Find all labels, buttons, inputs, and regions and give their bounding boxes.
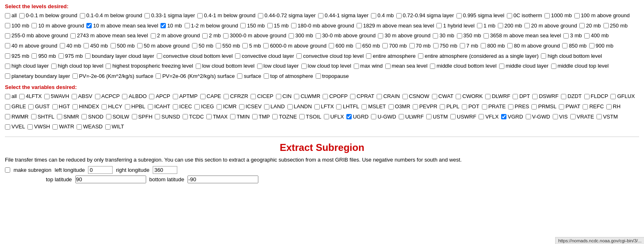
variable-checkbox-5[interactable] (122, 94, 127, 99)
level-checkbox-14[interactable] (32, 23, 37, 28)
level-checkbox-68[interactable] (418, 53, 423, 59)
variable-checkbox-37[interactable] (287, 104, 293, 109)
variable-checkbox-78[interactable] (52, 124, 58, 130)
variable-checkbox-31[interactable] (148, 104, 153, 109)
level-checkbox-36[interactable] (433, 33, 438, 39)
level-checkbox-57[interactable] (507, 43, 513, 48)
variable-checkbox-45[interactable] (482, 104, 487, 109)
variable-checkbox-71[interactable] (501, 114, 506, 119)
variable-checkbox-26[interactable] (28, 104, 34, 109)
level-checkbox-44[interactable] (111, 43, 116, 48)
level-checkbox-18[interactable] (240, 23, 246, 28)
variable-checkbox-8[interactable] (200, 94, 206, 99)
variable-checkbox-74[interactable] (570, 114, 576, 119)
level-checkbox-62[interactable] (59, 53, 64, 59)
level-checkbox-66[interactable] (296, 53, 302, 59)
level-checkbox-30[interactable] (151, 33, 156, 39)
level-checkbox-72[interactable] (106, 64, 111, 69)
variable-checkbox-79[interactable] (77, 124, 82, 130)
variable-checkbox-63[interactable] (299, 114, 305, 119)
level-checkbox-39[interactable] (563, 33, 569, 39)
level-checkbox-82[interactable] (72, 73, 78, 79)
variable-checkbox-10[interactable] (251, 94, 256, 99)
level-checkbox-54[interactable] (433, 43, 438, 48)
variable-checkbox-20[interactable] (513, 94, 518, 99)
variable-checkbox-55[interactable] (106, 114, 111, 119)
variable-checkbox-80[interactable] (105, 124, 111, 130)
variable-checkbox-47[interactable] (531, 104, 537, 109)
variable-checkbox-0[interactable] (5, 94, 10, 99)
variable-checkbox-25[interactable] (5, 104, 10, 109)
level-checkbox-4[interactable] (197, 13, 203, 18)
variable-checkbox-19[interactable] (485, 94, 490, 99)
variable-checkbox-36[interactable] (264, 104, 269, 109)
level-checkbox-24[interactable] (498, 23, 503, 28)
level-checkbox-74[interactable] (257, 64, 262, 69)
level-checkbox-0[interactable] (5, 13, 10, 18)
variable-checkbox-32[interactable] (173, 104, 178, 109)
level-checkbox-29[interactable] (70, 33, 76, 39)
level-checkbox-69[interactable] (541, 53, 546, 59)
level-checkbox-84[interactable] (237, 73, 242, 79)
variable-checkbox-54[interactable] (81, 114, 87, 119)
level-checkbox-28[interactable] (5, 33, 10, 39)
variable-checkbox-7[interactable] (173, 94, 178, 99)
top-lat-input[interactable] (75, 176, 146, 183)
variable-checkbox-70[interactable] (479, 114, 484, 119)
bottom-lat-input[interactable] (188, 176, 258, 183)
variable-checkbox-11[interactable] (276, 94, 281, 99)
variable-checkbox-59[interactable] (206, 114, 212, 119)
level-checkbox-46[interactable] (192, 43, 197, 48)
variable-checkbox-2[interactable] (44, 94, 50, 99)
variable-checkbox-46[interactable] (508, 104, 513, 109)
variable-checkbox-30[interactable] (125, 104, 130, 109)
level-checkbox-10[interactable] (507, 13, 512, 18)
level-checkbox-9[interactable] (456, 13, 462, 18)
variable-checkbox-17[interactable] (432, 94, 437, 99)
variable-checkbox-64[interactable] (324, 114, 329, 119)
variable-checkbox-62[interactable] (272, 114, 278, 119)
level-checkbox-6[interactable] (318, 13, 323, 18)
level-checkbox-77[interactable] (385, 64, 391, 69)
level-checkbox-45[interactable] (137, 43, 142, 48)
variable-checkbox-60[interactable] (230, 114, 235, 119)
variable-checkbox-66[interactable] (371, 114, 376, 119)
level-checkbox-15[interactable] (86, 23, 92, 28)
variable-checkbox-75[interactable] (597, 114, 602, 119)
variable-checkbox-15[interactable] (377, 94, 382, 99)
level-checkbox-21[interactable] (357, 23, 362, 28)
level-checkbox-20[interactable] (291, 23, 296, 28)
variable-checkbox-28[interactable] (72, 104, 78, 109)
level-checkbox-59[interactable] (589, 43, 594, 48)
level-checkbox-41[interactable] (5, 43, 10, 48)
level-checkbox-47[interactable] (216, 43, 221, 48)
variable-checkbox-34[interactable] (217, 104, 222, 109)
level-checkbox-75[interactable] (301, 64, 307, 69)
level-checkbox-55[interactable] (460, 43, 465, 48)
variable-checkbox-52[interactable] (31, 114, 36, 119)
variable-checkbox-40[interactable] (362, 104, 367, 109)
level-checkbox-71[interactable] (51, 64, 56, 69)
level-checkbox-35[interactable] (378, 33, 383, 39)
level-checkbox-73[interactable] (196, 64, 201, 69)
level-checkbox-26[interactable] (579, 23, 585, 28)
variable-checkbox-65[interactable] (346, 114, 352, 119)
level-checkbox-81[interactable] (5, 73, 10, 79)
level-checkbox-50[interactable] (329, 43, 334, 48)
level-checkbox-64[interactable] (157, 53, 162, 59)
level-checkbox-13[interactable] (5, 23, 10, 28)
level-checkbox-11[interactable] (545, 13, 550, 18)
variable-checkbox-58[interactable] (183, 114, 188, 119)
variable-checkbox-72[interactable] (526, 114, 531, 119)
level-checkbox-27[interactable] (603, 23, 609, 28)
right-lon-input[interactable] (153, 166, 177, 174)
variable-checkbox-51[interactable] (5, 114, 10, 119)
make-subregion-checkbox[interactable] (5, 167, 10, 173)
variable-checkbox-73[interactable] (553, 114, 558, 119)
variable-checkbox-69[interactable] (450, 114, 456, 119)
variable-checkbox-53[interactable] (57, 114, 62, 119)
level-checkbox-16[interactable] (160, 23, 166, 28)
level-checkbox-48[interactable] (242, 43, 248, 48)
variable-checkbox-76[interactable] (5, 124, 10, 130)
level-checkbox-43[interactable] (84, 43, 89, 48)
